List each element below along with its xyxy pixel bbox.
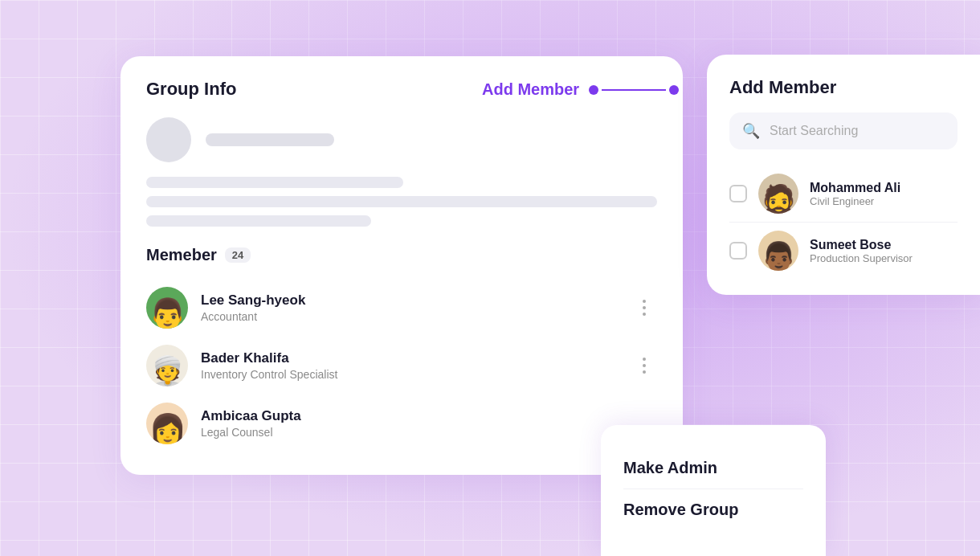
member-info-lee: Lee Sang-hyeok Accountant	[201, 292, 657, 323]
member-row: Ambicaa Gupta Legal Counsel	[146, 395, 657, 452]
context-menu-panel: Make Admin Remove Group	[601, 425, 826, 556]
dot-icon	[643, 370, 646, 374]
info-bar-3	[146, 215, 371, 227]
result-avatar-sumeet	[758, 231, 798, 271]
result-checkbox[interactable]	[729, 242, 747, 260]
result-checkbox[interactable]	[729, 185, 747, 202]
add-member-title: Add Member	[729, 77, 958, 98]
member-avatar-bader	[146, 345, 188, 386]
add-member-breadcrumb: Add Member	[482, 80, 679, 99]
search-result-row: Mohammed Ali Civil Engineer	[729, 166, 958, 223]
breadcrumb-dot-right	[669, 85, 679, 95]
members-section: Memeber 24 Lee Sang-hyeok Accountant	[146, 246, 657, 452]
members-title: Memeber	[146, 246, 217, 264]
result-name: Mohammed Ali	[810, 181, 958, 195]
search-box[interactable]: 🔍 Start Searching	[729, 112, 958, 149]
add-member-panel: Add Member 🔍 Start Searching Mohammed Al…	[707, 55, 980, 295]
member-row: Bader Khalifa Inventory Control Speciali…	[146, 337, 657, 395]
member-name: Lee Sang-hyeok	[201, 292, 657, 309]
members-count-badge: 24	[225, 247, 251, 263]
member-avatar-lee	[146, 287, 188, 329]
members-header: Memeber 24	[146, 246, 657, 264]
search-placeholder: Start Searching	[770, 124, 858, 138]
dot-icon	[643, 300, 646, 303]
search-result-row: Sumeet Bose Production Supervisor	[729, 223, 958, 279]
member-info-bader: Bader Khalifa Inventory Control Speciali…	[201, 350, 657, 381]
name-skeleton	[206, 133, 334, 146]
group-info-panel: Group Info Memeber 24 Lee Sang-hyeok Acc…	[120, 56, 683, 475]
remove-group-button[interactable]: Remove Group	[623, 489, 803, 530]
result-avatar-mohammed	[758, 174, 798, 214]
profile-placeholder	[146, 117, 657, 162]
make-admin-button[interactable]: Make Admin	[623, 448, 803, 489]
result-role: Production Supervisor	[810, 252, 958, 264]
result-role: Civil Engineer	[810, 195, 958, 207]
dot-icon	[643, 313, 646, 316]
breadcrumb-dash	[602, 89, 666, 91]
avatar-skeleton	[146, 117, 191, 162]
member-role: Inventory Control Specialist	[201, 368, 657, 381]
search-icon: 🔍	[742, 122, 760, 140]
dot-icon	[643, 364, 646, 367]
dot-icon	[643, 306, 646, 309]
result-name: Sumeet Bose	[810, 238, 958, 252]
member-name: Bader Khalifa	[201, 350, 657, 366]
breadcrumb-dot-left	[589, 85, 598, 95]
member-name: Ambicaa Gupta	[201, 408, 657, 424]
member-info-ambicaa: Ambicaa Gupta Legal Counsel	[201, 408, 657, 439]
result-info-mohammed: Mohammed Ali Civil Engineer	[810, 181, 958, 207]
member-options-button[interactable]	[631, 295, 657, 321]
member-row: Lee Sang-hyeok Accountant	[146, 279, 657, 337]
result-info-sumeet: Sumeet Bose Production Supervisor	[810, 238, 958, 264]
member-options-button[interactable]	[631, 353, 657, 378]
info-bar-1	[146, 177, 403, 188]
member-role: Legal Counsel	[201, 426, 657, 439]
member-role: Accountant	[201, 310, 657, 323]
member-avatar-ambicaa	[146, 403, 188, 444]
breadcrumb-label: Add Member	[482, 80, 579, 99]
dot-icon	[643, 358, 646, 361]
breadcrumb-connector	[589, 85, 679, 95]
info-bar-2	[146, 196, 657, 207]
